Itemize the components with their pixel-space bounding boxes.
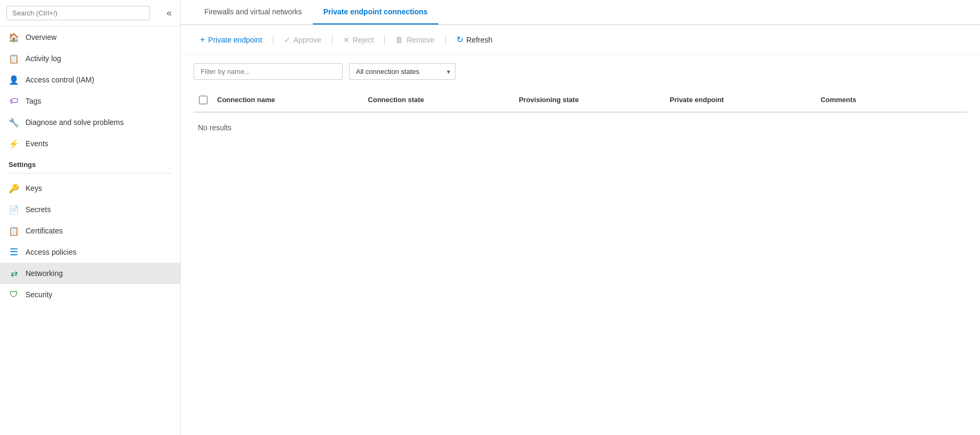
secrets-icon: 📄 [9, 204, 19, 215]
tab-private-endpoint[interactable]: Private endpoint connections [313, 0, 438, 24]
sidebar-item-label-networking: Networking [26, 269, 63, 278]
add-private-endpoint-button[interactable]: + Private endpoint [194, 32, 269, 48]
column-header-connection-state: Connection state [364, 93, 515, 107]
refresh-icon: ↻ [456, 35, 463, 45]
sidebar-item-label-access-policies: Access policies [26, 248, 77, 256]
sidebar-item-networking[interactable]: ⇄ Networking [0, 263, 180, 284]
activity-log-icon: 📋 [9, 53, 19, 64]
header-checkbox-cell [194, 93, 213, 107]
checkmark-icon: ✓ [284, 36, 290, 44]
toolbar-divider-2 [332, 35, 333, 45]
access-control-icon: 👤 [9, 74, 19, 85]
refresh-button[interactable]: ↻ Refresh [450, 31, 499, 48]
diagnose-icon: 🔧 [9, 117, 19, 128]
connection-state-select-wrapper: All connection states Approved Pending R… [349, 63, 455, 80]
sidebar-item-activity-log[interactable]: 📋 Activity log [0, 48, 180, 69]
tab-firewalls[interactable]: Firewalls and virtual networks [194, 0, 313, 24]
no-results-message: No results [194, 113, 967, 143]
settings-divider [9, 173, 172, 173]
keys-icon: 🔑 [9, 183, 19, 194]
sidebar-item-label-events: Events [26, 139, 48, 148]
sidebar-item-label-secrets: Secrets [26, 205, 51, 214]
connection-state-select[interactable]: All connection states Approved Pending R… [349, 63, 455, 80]
sidebar-item-secrets[interactable]: 📄 Secrets [0, 199, 180, 220]
select-all-checkbox[interactable] [199, 96, 207, 104]
trash-icon: 🗑 [395, 35, 403, 44]
table-header: Connection name Connection state Provisi… [194, 88, 967, 112]
nav-list: 🏠 Overview 📋 Activity log 👤 Access contr… [0, 27, 180, 154]
collapse-button[interactable]: « [164, 5, 174, 21]
sidebar-item-events[interactable]: ⚡ Events [0, 133, 180, 154]
toolbar-divider-3 [384, 35, 385, 45]
sidebar-item-label-security: Security [26, 290, 53, 299]
column-header-comments: Comments [816, 93, 967, 107]
column-header-provisioning-state: Provisioning state [514, 93, 666, 107]
table-area: Connection name Connection state Provisi… [181, 88, 980, 435]
sidebar-item-label-tags: Tags [26, 97, 41, 105]
sidebar-item-label-activity-log: Activity log [26, 54, 61, 63]
tab-bar: Firewalls and virtual networks Private e… [181, 0, 980, 25]
overview-icon: 🏠 [9, 32, 19, 43]
sidebar-item-label-keys: Keys [26, 184, 42, 193]
toolbar: + Private endpoint ✓ Approve ✕ Reject 🗑 … [181, 25, 980, 55]
sidebar-item-label-access-control: Access control (IAM) [26, 76, 94, 84]
settings-section-header: Settings [0, 154, 180, 171]
reject-button[interactable]: ✕ Reject [337, 32, 380, 47]
sidebar-item-label-certificates: Certificates [26, 227, 63, 235]
access-policies-icon: ☰ [9, 247, 19, 257]
sidebar-item-diagnose[interactable]: 🔧 Diagnose and solve problems [0, 112, 180, 133]
security-icon: 🛡 [9, 289, 19, 300]
sidebar-item-label-diagnose: Diagnose and solve problems [26, 118, 123, 127]
events-icon: ⚡ [9, 138, 19, 149]
filter-by-name-input[interactable] [194, 63, 343, 80]
sidebar-item-overview[interactable]: 🏠 Overview [0, 27, 180, 48]
filter-row: All connection states Approved Pending R… [181, 55, 980, 88]
settings-nav-list: 🔑 Keys 📄 Secrets 📋 Certificates ☰ Access… [0, 178, 180, 305]
sidebar-item-certificates[interactable]: 📋 Certificates [0, 220, 180, 241]
networking-icon: ⇄ [9, 268, 19, 279]
sidebar-item-keys[interactable]: 🔑 Keys [0, 178, 180, 199]
sidebar-item-access-policies[interactable]: ☰ Access policies [0, 241, 180, 263]
remove-button[interactable]: 🗑 Remove [389, 32, 441, 47]
approve-button[interactable]: ✓ Approve [278, 32, 328, 47]
plus-icon: + [200, 35, 205, 45]
search-input[interactable] [6, 6, 150, 20]
sidebar: « 🏠 Overview 📋 Activity log 👤 Access con… [0, 0, 181, 435]
tags-icon: 🏷 [9, 96, 19, 106]
sidebar-item-security[interactable]: 🛡 Security [0, 284, 180, 305]
column-header-connection-name: Connection name [213, 93, 364, 107]
sidebar-item-tags[interactable]: 🏷 Tags [0, 90, 180, 112]
column-header-private-endpoint: Private endpoint [666, 93, 817, 107]
x-icon: ✕ [343, 36, 350, 44]
toolbar-divider-1 [273, 35, 273, 45]
main-content: Firewalls and virtual networks Private e… [181, 0, 980, 435]
toolbar-divider-4 [445, 35, 446, 45]
sidebar-item-label-overview: Overview [26, 33, 56, 41]
sidebar-item-access-control[interactable]: 👤 Access control (IAM) [0, 69, 180, 90]
certificates-icon: 📋 [9, 225, 19, 236]
search-bar: « [0, 0, 180, 27]
